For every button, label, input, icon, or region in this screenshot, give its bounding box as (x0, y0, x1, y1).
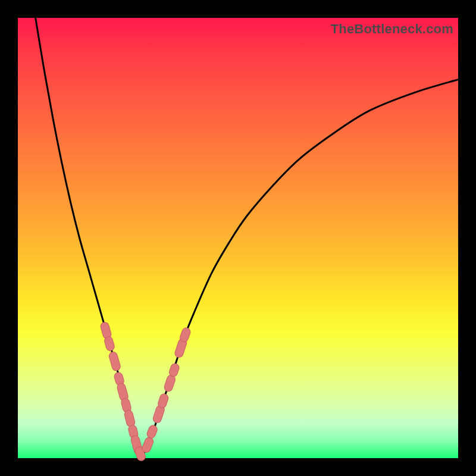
marker-capsule (133, 430, 134, 434)
marker-capsule (179, 343, 183, 353)
marker-capsule (118, 377, 120, 381)
marker-capsule (113, 356, 116, 367)
marker-capsule (157, 409, 160, 418)
chart-svg (18, 18, 458, 458)
marker-capsule (121, 387, 124, 396)
marker-capsule (168, 380, 171, 387)
curve-layer (36, 18, 458, 458)
marker-capsule (139, 451, 141, 456)
marker-capsule (146, 441, 149, 448)
marker-capsule (109, 341, 111, 347)
marker-capsule (184, 332, 186, 337)
curve-right-branch (141, 80, 458, 458)
marker-capsule (129, 415, 130, 423)
marker-layer (105, 327, 186, 457)
marker-capsule (126, 402, 127, 408)
marker-capsule (173, 368, 175, 372)
marker-capsule (105, 327, 107, 334)
plot-area: TheBottleneck.com (18, 18, 458, 458)
marker-capsule (151, 430, 153, 434)
chart-frame: TheBottleneck.com (0, 0, 476, 476)
marker-capsule (162, 398, 164, 403)
